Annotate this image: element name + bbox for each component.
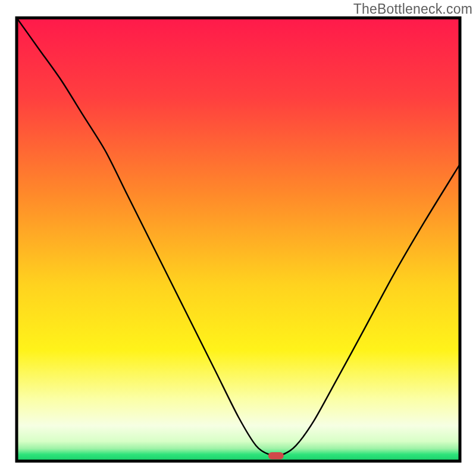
watermark-text: TheBottleneck.com bbox=[353, 1, 472, 17]
plot-background bbox=[17, 18, 460, 461]
bottleneck-chart bbox=[0, 0, 476, 476]
chart-container: TheBottleneck.com bbox=[0, 0, 476, 476]
minimum-marker bbox=[268, 452, 284, 459]
